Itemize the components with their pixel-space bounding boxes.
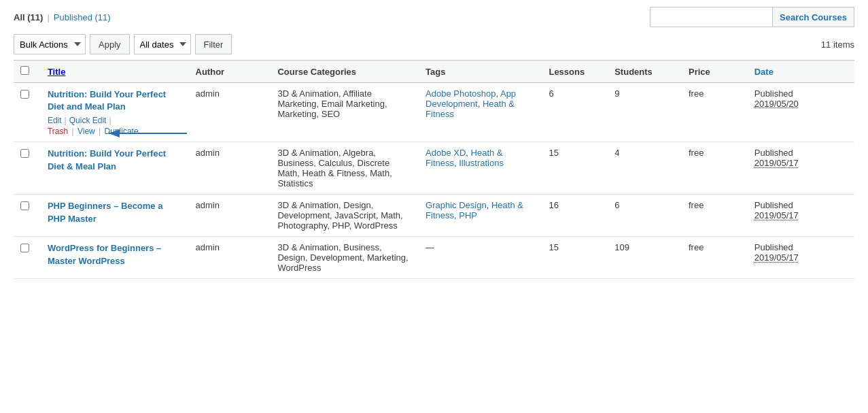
trash-link[interactable]: Trash [48,127,68,136]
tag-link[interactable]: Adobe XD [426,148,466,158]
row-tags: Adobe XD, Heath & Fitness, Illustrations [419,142,542,195]
row-date: Published 2019/05/17 [748,237,854,279]
search-area: Search Courses [650,7,854,27]
row-students: 9 [608,83,682,142]
row-categories: 3D & Animation, Affiliate Marketing, Ema… [271,83,419,142]
table-row: Nutrition: Build Your Perfect Diet & Mea… [14,142,854,195]
tag-link[interactable]: Graphic Design [426,200,487,210]
table-row: PHP Beginners – Become a PHP Master admi… [14,195,854,237]
items-count: 11 items [821,39,854,50]
table-header: Title Author Course Categories Tags Less… [14,61,854,83]
row-checkbox[interactable] [20,149,29,158]
row-tags: Adobe Photoshop, App Development, Heath … [419,83,542,142]
row-price: free [682,195,748,237]
row-title-cell: PHP Beginners – Become a PHP Master [41,195,189,237]
col-students: Students [608,61,682,83]
row-author: admin [189,195,271,237]
row-actions: Edit | Quick Edit | Trash | View | Dupli… [48,116,182,136]
row-categories: 3D & Animation, Business, Design, Develo… [271,237,419,279]
row-lessons: 15 [542,237,608,279]
col-title: Title [41,61,189,83]
row-lessons: 16 [542,195,608,237]
apply-button[interactable]: Apply [90,34,130,54]
col-tags: Tags [419,61,542,83]
page-wrap: All (11) | Published (11) Search Courses… [0,0,868,413]
filter-published[interactable]: Published (11) [54,12,111,22]
row-title-cell: WordPress for Beginners – Master WordPre… [41,237,189,279]
filter-sep: | [47,12,49,22]
col-categories: Course Categories [271,61,419,83]
tag-link[interactable]: Illustrations [459,158,504,168]
col-date: Date [748,61,854,83]
row-checkbox[interactable] [20,90,29,99]
row-date: Published 2019/05/17 [748,142,854,195]
search-input[interactable] [650,7,772,27]
row-lessons: 6 [542,83,608,142]
col-price: Price [682,61,748,83]
row-categories: 3D & Animation, Algebra, Business, Calcu… [271,142,419,195]
filter-all[interactable]: All (11) [14,12,43,22]
row-author: admin [189,237,271,279]
edit-link[interactable]: Edit [48,116,62,125]
col-lessons: Lessons [542,61,608,83]
row-author: admin [189,83,271,142]
quick-edit-link[interactable]: Quick Edit [69,116,107,125]
bulk-actions-dropdown[interactable]: Bulk Actions [14,34,86,54]
col-title-link[interactable]: Title [48,67,66,77]
row-checkbox[interactable] [20,244,29,252]
trash-arrow-container: Trash | View | Duplicate [48,127,139,136]
filter-button[interactable]: Filter [195,34,232,54]
row-price: free [682,237,748,279]
col-author: Author [189,61,271,83]
table-row: WordPress for Beginners – Master WordPre… [14,237,854,279]
top-bar: All (11) | Published (11) Search Courses [14,7,854,27]
row-categories: 3D & Animation, Design, Development, Jav… [271,195,419,237]
row-tags: Graphic Design, Heath & Fitness, PHP [419,195,542,237]
row-students: 4 [608,142,682,195]
row-students: 6 [608,195,682,237]
row-lessons: 15 [542,142,608,195]
duplicate-link[interactable]: Duplicate [105,127,139,136]
filter-links: All (11) | Published (11) [14,12,111,22]
select-all-checkbox[interactable] [20,66,29,75]
search-courses-button[interactable]: Search Courses [772,7,854,27]
view-link[interactable]: View [77,127,95,136]
row-date: Published 2019/05/17 [748,195,854,237]
row-checkbox[interactable] [20,201,29,210]
row-price: free [682,142,748,195]
row-author: admin [189,142,271,195]
row-tags: — [419,237,542,279]
course-title-link[interactable]: WordPress for Beginners – Master WordPre… [48,242,182,267]
row-date: Published 2019/05/20 [748,83,854,142]
row-title-cell: Nutrition: Build Your Perfect Diet & Mea… [41,142,189,195]
row-price: free [682,83,748,142]
tag-link[interactable]: PHP [459,210,477,220]
table-row: Nutrition: Build Your Perfect Diet and M… [14,83,854,142]
toolbar: Bulk Actions Apply All dates Filter 11 i… [14,34,854,54]
course-title-link[interactable]: Nutrition: Build Your Perfect Diet and M… [48,88,182,113]
dates-dropdown[interactable]: All dates [134,34,191,54]
course-title-link[interactable]: PHP Beginners – Become a PHP Master [48,200,182,225]
courses-table: Title Author Course Categories Tags Less… [14,60,854,279]
tag-link[interactable]: Adobe Photoshop [426,88,496,99]
course-title-link[interactable]: Nutrition: Build Your Perfect Diet & Mea… [48,148,182,172]
col-date-link[interactable]: Date [754,67,774,77]
table-body: Nutrition: Build Your Perfect Diet and M… [14,83,854,279]
row-title-cell: Nutrition: Build Your Perfect Diet and M… [41,83,189,142]
row-students: 109 [608,237,682,279]
